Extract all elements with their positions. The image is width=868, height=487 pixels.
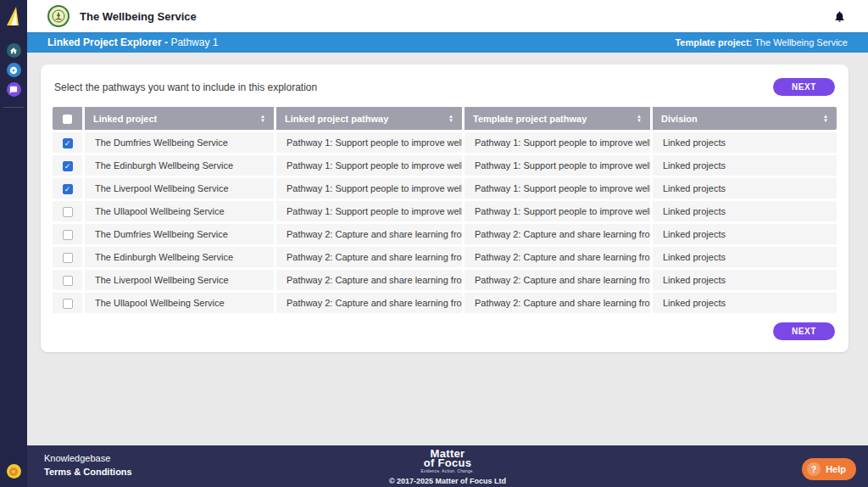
cell-linked-pathway: Pathway 2: Capture and share learning fr… bbox=[276, 293, 465, 313]
cell-linked-pathway: Pathway 2: Capture and share learning fr… bbox=[276, 224, 465, 244]
sort-icon[interactable]: ▲▼ bbox=[255, 115, 265, 122]
cell-linked-project: The Dumfries Wellbeing Service bbox=[85, 132, 276, 153]
cell-division: Linked projects bbox=[653, 270, 837, 290]
cell-linked-project: The Liverpool Wellbeing Service bbox=[85, 270, 276, 290]
cell-template-pathway: Pathway 2: Capture and share learning fr… bbox=[465, 247, 653, 267]
cell-template-pathway: Pathway 1: Support people to improve wel… bbox=[465, 132, 653, 153]
breadcrumb-regular: Pathway 1 bbox=[168, 36, 218, 48]
next-button-top[interactable]: NEXT bbox=[773, 78, 835, 96]
cell-template-pathway: Pathway 1: Support people to improve wel… bbox=[465, 201, 653, 221]
cell-linked-pathway: Pathway 1: Support people to improve wel… bbox=[276, 201, 465, 221]
cell-division: Linked projects bbox=[653, 293, 837, 313]
cell-template-pathway: Pathway 1: Support people to improve wel… bbox=[465, 178, 653, 199]
select-all-checkbox[interactable] bbox=[63, 115, 72, 124]
row-checkbox[interactable] bbox=[63, 299, 73, 309]
row-checkbox[interactable]: ✓ bbox=[63, 184, 73, 194]
pathway-selection-card: Select the pathways you want to include … bbox=[41, 64, 849, 352]
table-row[interactable]: The Liverpool Wellbeing Service Pathway … bbox=[53, 270, 837, 290]
table-row[interactable]: ✓ The Edinburgh Wellbeing Service Pathwa… bbox=[53, 155, 837, 176]
app-window: The Wellbeing Service Linked Project Exp… bbox=[0, 0, 868, 487]
next-button-bottom[interactable]: NEXT bbox=[773, 322, 835, 340]
cell-linked-project: The Edinburgh Wellbeing Service bbox=[85, 247, 276, 267]
cell-template-pathway: Pathway 2: Capture and share learning fr… bbox=[465, 293, 653, 313]
table-header-row: Linked project▲▼ Linked project pathway▲… bbox=[53, 107, 837, 130]
cell-linked-project: The Ullapool Wellbeing Service bbox=[85, 293, 276, 313]
cell-template-pathway: Pathway 2: Capture and share learning fr… bbox=[465, 224, 653, 244]
row-checkbox-cell bbox=[53, 293, 85, 313]
sidebar-divider bbox=[3, 107, 24, 108]
row-checkbox-cell bbox=[53, 270, 85, 290]
app-logo-icon[interactable] bbox=[3, 4, 24, 28]
cell-linked-pathway: Pathway 1: Support people to improve wel… bbox=[276, 132, 465, 153]
table-row[interactable]: The Edinburgh Wellbeing Service Pathway … bbox=[53, 247, 837, 267]
table-row[interactable]: ✓ The Liverpool Wellbeing Service Pathwa… bbox=[53, 178, 837, 199]
cell-division: Linked projects bbox=[653, 224, 837, 244]
explore-icon[interactable] bbox=[7, 63, 21, 77]
row-checkbox[interactable]: ✓ bbox=[63, 161, 73, 171]
column-header-division: Division▲▼ bbox=[653, 107, 837, 130]
sidebar-badge-icon[interactable] bbox=[7, 464, 21, 479]
table-row[interactable]: ✓ The Dumfries Wellbeing Service Pathway… bbox=[53, 132, 837, 153]
brand-tagline: Evidence. Action. Change. bbox=[27, 469, 868, 473]
sort-icon[interactable]: ▲▼ bbox=[443, 115, 453, 122]
sort-icon[interactable]: ▲▼ bbox=[632, 115, 642, 122]
column-header-linked-project: Linked project▲▼ bbox=[85, 107, 276, 130]
row-checkbox-cell bbox=[53, 247, 85, 267]
table-row[interactable]: The Dumfries Wellbeing Service Pathway 2… bbox=[53, 224, 837, 244]
help-button[interactable]: ? Help bbox=[802, 458, 856, 480]
cell-template-pathway: Pathway 1: Support people to improve wel… bbox=[465, 155, 653, 176]
notifications-bell-icon[interactable] bbox=[833, 10, 846, 23]
cell-linked-project: The Dumfries Wellbeing Service bbox=[85, 224, 276, 244]
pathways-table-container: Linked project▲▼ Linked project pathway▲… bbox=[41, 104, 849, 316]
main-area: Select the pathways you want to include … bbox=[27, 53, 868, 445]
cell-linked-pathway: Pathway 2: Capture and share learning fr… bbox=[276, 247, 465, 267]
column-header-linked-pathway: Linked project pathway▲▼ bbox=[276, 107, 465, 130]
cell-division: Linked projects bbox=[653, 132, 837, 153]
row-checkbox[interactable] bbox=[63, 276, 73, 286]
row-checkbox-cell: ✓ bbox=[53, 178, 85, 199]
column-header-template-pathway: Template project pathway▲▼ bbox=[465, 107, 653, 130]
footer-brand: Matter of Focus Evidence. Action. Change… bbox=[27, 449, 868, 485]
table-body: ✓ The Dumfries Wellbeing Service Pathway… bbox=[53, 132, 837, 313]
select-all-header-cell bbox=[53, 107, 85, 130]
row-checkbox-cell bbox=[53, 224, 85, 244]
breadcrumb-bold: Linked Project Explorer - bbox=[47, 36, 168, 48]
chat-icon[interactable] bbox=[7, 82, 21, 97]
column-header-label: Template project pathway bbox=[473, 114, 587, 124]
row-checkbox[interactable]: ✓ bbox=[63, 138, 73, 148]
row-checkbox-cell bbox=[53, 201, 85, 221]
row-checkbox[interactable] bbox=[63, 253, 73, 263]
page-title: The Wellbeing Service bbox=[80, 10, 197, 23]
column-header-label: Division bbox=[661, 114, 698, 124]
sidebar bbox=[0, 0, 27, 487]
row-checkbox-cell: ✓ bbox=[53, 155, 85, 176]
row-checkbox[interactable] bbox=[63, 230, 73, 240]
table-row[interactable]: The Ullapool Wellbeing Service Pathway 2… bbox=[53, 293, 837, 313]
cell-division: Linked projects bbox=[653, 155, 837, 176]
cell-linked-project: The Ullapool Wellbeing Service bbox=[85, 201, 276, 221]
brand-logo-line2: of Focus bbox=[27, 458, 868, 467]
column-header-label: Linked project bbox=[93, 114, 157, 124]
help-button-label: Help bbox=[826, 464, 846, 474]
pathways-table: Linked project▲▼ Linked project pathway▲… bbox=[53, 104, 837, 316]
cell-division: Linked projects bbox=[653, 247, 837, 267]
cell-linked-project: The Liverpool Wellbeing Service bbox=[85, 178, 276, 199]
sidebar-icon-stack bbox=[7, 43, 21, 97]
project-seal-logo bbox=[47, 5, 70, 27]
blue-header-bar: Linked Project Explorer - Pathway 1 Temp… bbox=[27, 32, 868, 53]
template-project-indicator: Template project: The Wellbeing Service bbox=[675, 37, 848, 48]
footer: Knowledgebase Terms & Conditions Matter … bbox=[27, 445, 868, 487]
cell-linked-pathway: Pathway 1: Support people to improve wel… bbox=[276, 178, 465, 199]
cell-linked-pathway: Pathway 2: Capture and share learning fr… bbox=[276, 270, 465, 290]
home-icon[interactable] bbox=[7, 43, 21, 58]
row-checkbox-cell: ✓ bbox=[53, 132, 85, 153]
question-mark-icon: ? bbox=[807, 462, 821, 476]
cell-linked-pathway: Pathway 1: Support people to improve wel… bbox=[276, 155, 465, 176]
sort-icon[interactable]: ▲▼ bbox=[818, 115, 828, 122]
copyright-text: © 2017-2025 Matter of Focus Ltd bbox=[27, 477, 868, 485]
template-project-label: Template project: bbox=[675, 37, 752, 48]
row-checkbox[interactable] bbox=[63, 207, 73, 217]
table-row[interactable]: The Ullapool Wellbeing Service Pathway 1… bbox=[53, 201, 837, 221]
instruction-text: Select the pathways you want to include … bbox=[54, 81, 317, 93]
template-project-value: The Wellbeing Service bbox=[752, 37, 848, 48]
